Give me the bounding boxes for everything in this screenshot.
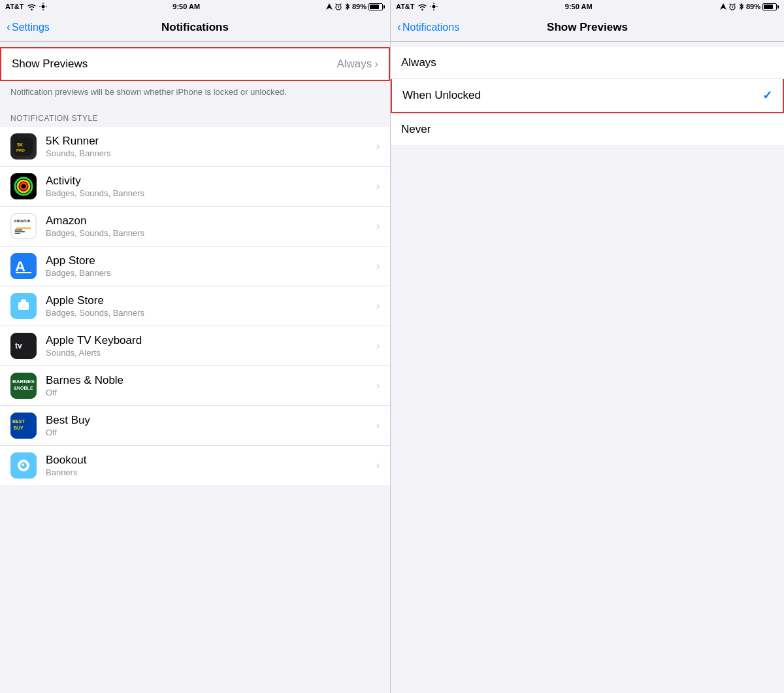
option-always-label: Always (401, 56, 436, 69)
nav-title-right: Show Previews (547, 21, 628, 34)
app-info-barnesnoble: Barnes & Noble Off (46, 374, 376, 397)
app-info-bookout: Bookout Banners (46, 454, 376, 477)
alarm-icon-left (335, 3, 342, 10)
show-previews-label: Show Previews (12, 58, 88, 71)
back-button-left[interactable]: ‹ Settings (7, 22, 50, 33)
app-row-applestore[interactable]: Apple Store Badges, Sounds, Banners › (0, 286, 390, 326)
time-left: 9:50 AM (172, 3, 200, 10)
wifi-icon-left (27, 3, 37, 10)
battery-icon-right (762, 3, 779, 10)
svg-line-49 (730, 4, 731, 5)
option-when-unlocked-label: When Unlocked (402, 89, 481, 102)
svg-text:5K: 5K (17, 143, 23, 147)
app-icon-amazon: amazon (10, 213, 37, 239)
show-previews-value-text: Always (336, 58, 372, 71)
bluetooth-icon-right (738, 3, 744, 10)
app-icon-bookout (10, 452, 37, 479)
app-row-amazon[interactable]: amazon Amazon Badges, Sounds, Banners › (0, 207, 390, 246)
chevron-barnesnoble: › (376, 380, 380, 392)
app-row-activity[interactable]: Activity Badges, Sounds, Banners › (0, 167, 390, 207)
svg-text:amazon: amazon (14, 218, 31, 223)
show-previews-description: Notification previews will be shown whet… (0, 81, 390, 105)
location-icon-left (326, 3, 333, 10)
app-subtitle-bestbuy: Off (46, 428, 376, 437)
app-row-appstore[interactable]: A App Store Badges, Banners › (0, 246, 390, 286)
option-when-unlocked[interactable]: When Unlocked ✓ (391, 79, 784, 113)
app-list: 5K PRO 5K Runner Sounds, Banners › (0, 127, 390, 485)
chevron-bookout: › (376, 460, 380, 471)
chevron-appstore: › (376, 260, 380, 272)
app-name-bestbuy: Best Buy (46, 414, 376, 427)
battery-pct-right: 89% (746, 3, 760, 10)
nav-bar-left: ‹ Settings Notifications (0, 13, 390, 42)
app-row-bookout[interactable]: Bookout Banners › (0, 446, 390, 485)
app-icon-activity (10, 173, 37, 199)
svg-marker-5 (326, 3, 333, 10)
app-info-applestore: Apple Store Badges, Sounds, Banners (46, 294, 376, 318)
svg-marker-46 (720, 3, 727, 10)
notification-style-header: NOTIFICATION STYLE (0, 105, 390, 127)
left-panel: AT&T 9:50 AM (0, 0, 391, 693)
chevron-applestore: › (376, 300, 380, 312)
app-name-appstore: App Store (46, 254, 376, 267)
app-info-activity: Activity Badges, Sounds, Banners (46, 175, 376, 198)
carrier-right: AT&T (396, 3, 415, 10)
app-subtitle-activity: Badges, Sounds, Banners (46, 188, 376, 198)
back-label-left: Settings (12, 22, 50, 33)
right-content: Always When Unlocked ✓ Never (391, 42, 784, 693)
left-content: Show Previews Always › Notification prev… (0, 42, 390, 693)
back-button-right[interactable]: ‹ Notifications (397, 22, 459, 33)
svg-text:BARNES: BARNES (12, 379, 35, 384)
brightness-icon-right (430, 3, 438, 10)
wifi-icon-right (417, 3, 427, 10)
svg-text:&NOBLE: &NOBLE (14, 386, 33, 390)
app-row-barnesnoble[interactable]: BARNES &NOBLE Barnes & Noble Off › (0, 366, 390, 406)
chevron-bestbuy: › (376, 420, 380, 431)
brightness-icon-left (39, 3, 47, 10)
chevron-amazon: › (376, 220, 380, 232)
status-bar-right: AT&T 9:50 AM (391, 0, 784, 13)
app-info-amazon: Amazon Badges, Sounds, Banners (46, 214, 376, 238)
bluetooth-icon-left (344, 3, 350, 10)
app-name-bookout: Bookout (46, 454, 376, 467)
app-subtitle-appstore: Badges, Banners (46, 268, 376, 278)
svg-line-50 (734, 4, 735, 5)
chevron-appletvkb: › (376, 340, 380, 352)
back-label-right: Notifications (402, 22, 459, 33)
svg-rect-29 (10, 333, 37, 359)
app-row-appletvkb[interactable]: tv Apple TV Keyboard Sounds, Alerts › (0, 326, 390, 366)
app-icon-bestbuy: BEST BUY (10, 413, 37, 439)
app-info-appletvkb: Apple TV Keyboard Sounds, Alerts (46, 334, 376, 358)
options-group: Always When Unlocked ✓ Never (391, 47, 784, 145)
preview-options-section: Always When Unlocked ✓ Never (391, 47, 784, 145)
app-icon-applestore (10, 293, 37, 319)
option-never[interactable]: Never (391, 113, 784, 145)
show-previews-value: Always › (336, 58, 378, 71)
app-subtitle-bookout: Banners (46, 467, 376, 477)
app-info-appstore: App Store Badges, Banners (46, 254, 376, 278)
app-row-5k[interactable]: 5K PRO 5K Runner Sounds, Banners › (0, 127, 390, 167)
back-chevron-left: ‹ (7, 21, 10, 33)
app-row-bestbuy[interactable]: BEST BUY Best Buy Off › (0, 406, 390, 446)
location-icon-right (720, 3, 727, 10)
nav-bar-right: ‹ Notifications Show Previews (391, 13, 784, 42)
svg-text:tv: tv (15, 341, 22, 350)
alarm-icon-right (728, 3, 736, 10)
left-status-right: AT&T (396, 3, 438, 10)
show-previews-row[interactable]: Show Previews Always › (0, 47, 390, 81)
app-icon-barnesnoble: BARNES &NOBLE (10, 373, 37, 399)
svg-line-9 (340, 4, 341, 5)
app-subtitle-barnesnoble: Off (46, 388, 376, 397)
nav-title-left: Notifications (161, 21, 229, 34)
right-status-right: 89% (720, 3, 779, 10)
chevron-activity: › (376, 180, 380, 192)
svg-text:PRO: PRO (16, 148, 25, 152)
app-info-bestbuy: Best Buy Off (46, 414, 376, 437)
option-always[interactable]: Always (391, 47, 784, 79)
app-icon-appletvkb: tv (10, 333, 37, 359)
right-status-left: 89% (326, 3, 385, 10)
back-chevron-right: ‹ (397, 21, 401, 33)
app-icon-5k: 5K PRO (10, 133, 37, 160)
carrier-left: AT&T (5, 3, 24, 10)
app-name-applestore: Apple Store (46, 294, 376, 307)
